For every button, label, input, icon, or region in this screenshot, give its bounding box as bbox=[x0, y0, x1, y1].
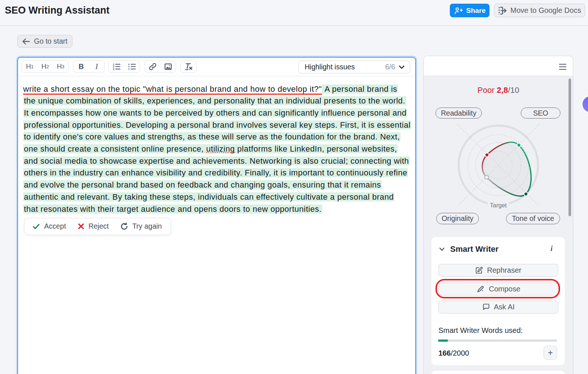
svg-text:Target: Target bbox=[490, 202, 507, 208]
svg-text:3: 3 bbox=[113, 68, 114, 70]
